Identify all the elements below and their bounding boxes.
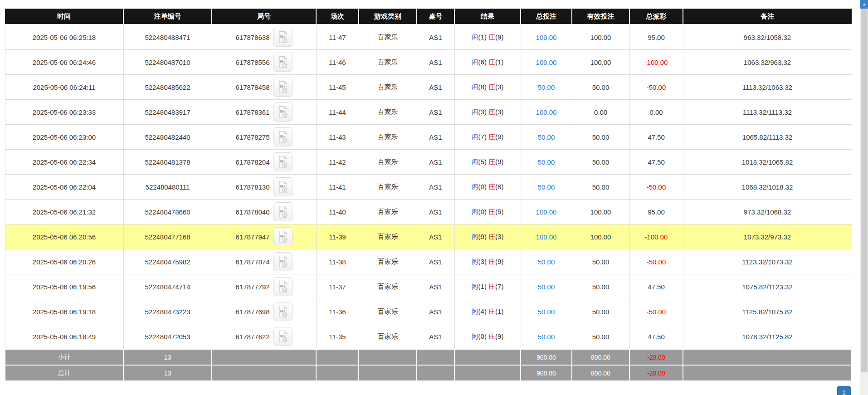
video-replay-button[interactable] [273,252,293,271]
game-type-cell: 百家乐 [359,324,417,350]
total-bet-link[interactable]: 100.00 [521,50,572,75]
game-type-cell: 百家乐 [359,274,417,299]
banker-result-label: 庄 [488,233,495,240]
total-bet-link[interactable]: 50.00 [521,274,572,299]
banker-points: (3) [495,108,503,116]
round-id-cell: 617878638 [212,24,316,50]
session-cell: 11-40 [316,200,359,224]
remark-cell: 1113.32/1113.32 [683,100,852,125]
video-replay-button[interactable] [273,202,293,221]
video-replay-button[interactable] [273,78,293,97]
table-row: 2025-05-06 06:21:32 522480478660 6178780… [5,200,852,224]
time-cell: 2025-05-06 06:21:32 [5,200,123,224]
round-id-cell: 617878361 [212,100,316,125]
total-bet-link[interactable]: 50.00 [521,125,572,150]
player-points: (0) [478,208,487,215]
player-points: (0) [478,332,487,340]
player-result-label: 闲 [472,58,478,66]
subtotal-total-bet: 900.00 [521,349,572,365]
remark-cell: 963.32/1058.32 [683,24,852,50]
video-replay-button[interactable] [273,302,293,321]
round-id-cell: 617877874 [212,249,316,274]
remark-cell: 973.32/1068.32 [683,200,852,224]
total-bet-link[interactable]: 50.00 [521,175,572,200]
column-header-payout: 总派彩 [629,9,683,24]
table-no-cell: AS1 [417,299,454,324]
total-bet-link[interactable]: 50.00 [521,324,572,350]
session-cell: 11-38 [316,249,359,274]
total-bet-link[interactable]: 50.00 [521,75,572,100]
table-no-cell: AS1 [417,249,454,274]
video-replay-button[interactable] [273,102,293,122]
total-payout: -20.00 [629,365,683,381]
valid-bet-cell: 50.00 [572,299,629,324]
vertical-scrollbar[interactable]: ▲ [860,0,868,395]
session-cell: 11-39 [316,224,359,249]
table-no-cell: AS1 [417,200,454,224]
page-1-button[interactable]: 1 [837,386,851,395]
session-cell: 11-37 [316,274,359,299]
total-bet-link[interactable]: 50.00 [521,299,572,324]
table-row: 2025-05-06 06:22:04 522480480111 6178781… [5,175,852,200]
session-cell: 11-47 [316,24,359,50]
video-replay-button[interactable] [273,152,293,171]
time-cell: 2025-05-06 06:24:46 [5,50,123,75]
player-result-label: 闲 [472,283,478,290]
table-row: 2025-05-06 06:19:18 522480473223 6178776… [5,299,852,324]
scrollbar-thumb[interactable] [861,9,868,372]
banker-result-label: 庄 [488,283,495,290]
video-replay-button[interactable] [273,327,293,346]
scroll-up-arrow-icon[interactable]: ▲ [860,0,868,9]
video-replay-button[interactable] [273,277,293,296]
video-replay-button[interactable] [273,53,293,72]
player-result-label: 闲 [472,307,478,315]
game-type-cell: 百家乐 [359,125,417,150]
remark-cell: 1078.32/1125.82 [683,324,852,350]
total-valid-bet: 800.00 [572,365,629,381]
result-cell: 闲(7) 庄(9) [454,125,521,150]
round-id-value: 617878040 [235,208,269,216]
total-bet-link[interactable]: 50.00 [521,249,572,274]
video-file-icon [278,305,288,318]
video-replay-button[interactable] [273,227,293,246]
round-id-cell: 617877698 [212,299,316,324]
video-replay-button[interactable] [273,127,293,146]
valid-bet-cell: 0.00 [572,100,629,125]
round-id-cell: 617877622 [212,324,316,350]
payout-cell: 47.50 [629,274,683,299]
column-header-total-bet: 总投注 [521,9,572,24]
video-file-icon [278,81,288,93]
round-id-value: 617878638 [235,34,269,41]
player-result-label: 闲 [472,83,478,91]
column-header-bet-id: 注单编号 [123,9,212,24]
session-cell: 11-43 [316,125,359,150]
player-points: (4) [478,307,487,315]
total-bet-link[interactable]: 100.00 [521,224,572,249]
player-points: (3) [478,258,487,265]
subtotal-label: 小计 [5,349,123,365]
total-bet-link[interactable]: 100.00 [521,200,572,224]
total-bet-link[interactable]: 50.00 [521,150,572,175]
time-cell: 2025-05-06 06:20:56 [5,224,123,249]
payout-cell: 95.00 [629,200,683,224]
round-id-value: 617877874 [235,258,269,266]
banker-result-label: 庄 [488,58,495,66]
player-points: (7) [478,133,487,141]
video-replay-button[interactable] [273,28,293,47]
table-row: 2025-05-06 06:22:34 522480481378 6178782… [5,150,852,175]
banker-result-label: 庄 [488,332,495,340]
time-cell: 2025-05-06 06:24:11 [5,75,123,100]
result-cell: 闲(3) 庄(9) [454,249,521,274]
banker-points: (8) [495,183,503,190]
banker-points: (7) [495,283,503,290]
game-type-cell: 百家乐 [359,224,417,249]
valid-bet-cell: 100.00 [572,24,629,50]
round-id-value: 617878130 [235,183,269,191]
round-id-value: 617878275 [235,133,269,141]
video-replay-button[interactable] [273,177,293,196]
total-bet-link[interactable]: 100.00 [521,100,572,125]
bet-id-cell: 522480478660 [123,200,212,224]
total-bet-link[interactable]: 100.00 [521,24,572,50]
banker-points: (5) [495,208,503,215]
bet-id-cell: 522480483917 [123,100,212,125]
